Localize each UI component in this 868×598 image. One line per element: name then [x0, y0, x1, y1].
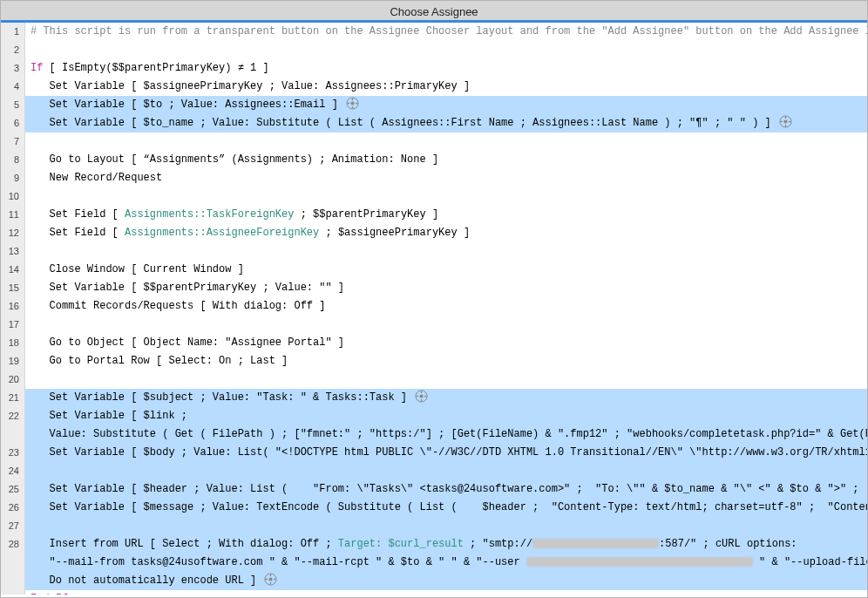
- code-text: Set Variable [ $subject ; Value: "Task: …: [25, 389, 867, 407]
- line-number: 26: [1, 499, 25, 517]
- line-number: 1: [1, 23, 25, 41]
- script-line[interactable]: 18 Go to Object [ Object Name: "Assignee…: [1, 334, 867, 352]
- script-line[interactable]: 15 Set Variable [ $$parentPrimaryKey ; V…: [1, 279, 867, 297]
- svg-rect-8: [785, 116, 786, 119]
- gear-icon[interactable]: [779, 115, 792, 128]
- script-line[interactable]: 25 Set Variable [ $header ; Value: List …: [1, 480, 867, 499]
- script-line[interactable]: 17: [1, 316, 867, 334]
- code-text: [25, 517, 867, 535]
- code-text: Go to Layout [ “Assignments” (Assignment…: [25, 151, 867, 169]
- line-number: 13: [1, 242, 25, 261]
- script-line[interactable]: 13: [1, 242, 867, 261]
- script-line[interactable]: 4 Set Variable [ $assigneePrimaryKey ; V…: [1, 78, 867, 96]
- line-number: 12: [1, 224, 25, 242]
- code-text: Set Variable [ $to ; Value: Assignees::E…: [25, 96, 867, 114]
- code-text: Set Variable [ $header ; Value: List ( "…: [25, 480, 867, 499]
- script-line[interactable]: 1 # This script is run from a transparen…: [1, 23, 867, 41]
- line-number: 24: [1, 462, 25, 480]
- line-number: 16: [1, 297, 25, 316]
- script-line[interactable]: 29 End If: [1, 590, 867, 595]
- code-text: Set Variable [ $body ; Value: List( "<!D…: [25, 444, 867, 462]
- code-text: Set Variable [ $message ; Value: TextEnc…: [25, 499, 867, 517]
- code-text: Set Variable [ $$parentPrimaryKey ; Valu…: [25, 279, 867, 297]
- script-line[interactable]: 26 Set Variable [ $message ; Value: Text…: [1, 499, 867, 517]
- svg-rect-10: [780, 121, 783, 122]
- svg-rect-3: [352, 106, 353, 109]
- line-number: 14: [1, 261, 25, 279]
- line-number: 8: [1, 151, 25, 169]
- window-title: Choose Assignee: [1, 1, 867, 23]
- script-line[interactable]: 12 Set Field [ Assignments::AssigneeFore…: [1, 224, 867, 242]
- code-text: New Record/Request: [25, 169, 867, 187]
- script-line[interactable]: 16 Commit Records/Requests [ With dialog…: [1, 297, 867, 316]
- code-text: Set Variable [ $link ; Value: Substitute…: [25, 407, 867, 444]
- svg-rect-2: [352, 98, 353, 100]
- line-number: 5: [1, 96, 25, 114]
- script-line[interactable]: 3 If [ IsEmpty($$parentPrimaryKey) ≠ 1 ]: [1, 59, 867, 78]
- svg-rect-9: [785, 125, 786, 127]
- script-editor[interactable]: 1 # This script is run from a transparen…: [1, 23, 867, 595]
- script-line[interactable]: 9 New Record/Request: [1, 169, 867, 187]
- code-text: [25, 316, 867, 334]
- svg-rect-46: [266, 579, 268, 580]
- line-number: 21: [1, 389, 25, 407]
- code-text: # This script is run from a transparent …: [25, 23, 867, 41]
- svg-point-7: [783, 119, 787, 123]
- script-line[interactable]: 20: [1, 370, 867, 389]
- line-number: 25: [1, 480, 25, 499]
- code-text: Set Field [ Assignments::TaskForeignKey …: [25, 206, 867, 224]
- line-number: 29: [1, 590, 25, 595]
- svg-rect-4: [347, 103, 349, 104]
- script-line[interactable]: 19 Go to Portal Row [ Select: On ; Last …: [1, 352, 867, 370]
- script-line[interactable]: 8 Go to Layout [ “Assignments” (Assignme…: [1, 151, 867, 169]
- svg-rect-16: [417, 396, 419, 397]
- svg-rect-15: [421, 399, 422, 402]
- script-line[interactable]: 14 Close Window [ Current Window ]: [1, 261, 867, 279]
- code-text: Insert from URL [ Select ; With dialog: …: [25, 535, 867, 590]
- code-text: [25, 41, 867, 59]
- line-number: 11: [1, 206, 25, 224]
- script-line[interactable]: 23 Set Variable [ $body ; Value: List( "…: [1, 444, 867, 462]
- code-text: [25, 187, 867, 206]
- svg-point-1: [351, 101, 355, 105]
- line-number: 15: [1, 279, 25, 297]
- line-number: 18: [1, 334, 25, 352]
- code-text: Commit Records/Requests [ With dialog: O…: [25, 297, 867, 316]
- line-number: 20: [1, 370, 25, 389]
- script-line[interactable]: 24: [1, 462, 867, 480]
- script-line[interactable]: 11 Set Field [ Assignments::TaskForeignK…: [1, 206, 867, 224]
- script-line[interactable]: 22 Set Variable [ $link ; Value: Substit…: [1, 407, 867, 444]
- line-number: 10: [1, 187, 25, 206]
- gear-icon[interactable]: [346, 97, 359, 110]
- svg-rect-44: [270, 574, 271, 576]
- code-text: [25, 462, 867, 480]
- code-text: [25, 133, 867, 151]
- script-line[interactable]: 10: [1, 187, 867, 206]
- gear-icon[interactable]: [264, 573, 277, 586]
- line-number: 28: [1, 535, 25, 590]
- line-number: 17: [1, 316, 25, 334]
- code-text: Go to Portal Row [ Select: On ; Last ]: [25, 352, 867, 370]
- script-line[interactable]: 21 Set Variable [ $subject ; Value: "Tas…: [1, 389, 867, 407]
- script-line[interactable]: 27: [1, 517, 867, 535]
- code-text: If [ IsEmpty($$parentPrimaryKey) ≠ 1 ]: [25, 59, 867, 78]
- line-number: 7: [1, 133, 25, 151]
- code-text: Set Variable [ $assigneePrimaryKey ; Val…: [25, 78, 867, 96]
- code-text: Set Variable [ $to_name ; Value: Substit…: [25, 114, 867, 133]
- script-line[interactable]: 5 Set Variable [ $to ; Value: Assignees:…: [1, 96, 867, 114]
- gear-icon[interactable]: [415, 390, 428, 403]
- line-number: 19: [1, 352, 25, 370]
- svg-point-13: [420, 394, 424, 398]
- script-line[interactable]: 6 Set Variable [ $to_name ; Value: Subst…: [1, 114, 867, 133]
- line-number: 9: [1, 169, 25, 187]
- script-line[interactable]: 2: [1, 41, 867, 59]
- svg-rect-5: [356, 103, 358, 104]
- line-number: 22: [1, 407, 25, 444]
- svg-rect-17: [424, 396, 427, 397]
- redacted-text: [532, 539, 659, 548]
- code-text: Close Window [ Current Window ]: [25, 261, 867, 279]
- script-line[interactable]: 7: [1, 133, 867, 151]
- script-line[interactable]: 28 Insert from URL [ Select ; With dialo…: [1, 535, 867, 590]
- redacted-text: [526, 557, 753, 567]
- code-text: [25, 242, 867, 261]
